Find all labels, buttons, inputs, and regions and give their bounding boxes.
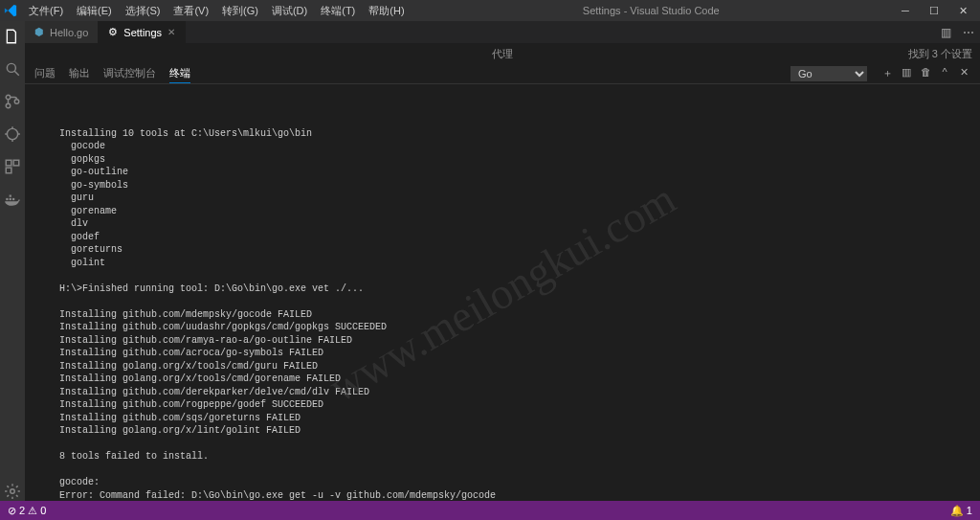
- terminal-line: guru: [59, 192, 970, 205]
- split-terminal-icon[interactable]: ▥: [900, 66, 913, 80]
- close-panel-icon[interactable]: ✕: [957, 66, 970, 80]
- svg-point-0: [7, 63, 15, 72]
- settings-count: 找到 3 个设置: [908, 47, 972, 61]
- activity-bar: [0, 21, 25, 501]
- maximize-button[interactable]: ☐: [921, 1, 947, 20]
- terminal-line: Installing github.com/uudashr/gopkgs/cmd…: [59, 321, 970, 334]
- svg-point-2: [6, 95, 11, 100]
- panel-tab-problems[interactable]: 问题: [34, 64, 56, 82]
- terminal-line: Installing github.com/derekparker/delve/…: [59, 386, 970, 399]
- menu-item[interactable]: 编辑(E): [71, 2, 118, 20]
- status-notifications[interactable]: 🔔 1: [950, 505, 972, 517]
- svg-rect-12: [6, 168, 11, 173]
- extensions-icon[interactable]: [3, 157, 22, 176]
- more-actions-icon[interactable]: ⋯: [957, 21, 980, 43]
- terminal-line: Installing golang.org/x/lint/golint FAIL…: [59, 424, 970, 438]
- terminal-dropdown[interactable]: Go: [791, 66, 867, 81]
- panel-tab-output[interactable]: 输出: [69, 64, 90, 82]
- terminal-line: goreturns: [59, 243, 970, 257]
- svg-point-5: [7, 128, 17, 139]
- terminal-line: Installing github.com/ramya-rao-a/go-out…: [59, 334, 970, 348]
- panel: 问题 输出 调试控制台 终端 Go ＋ ▥ 🗑 ^ ✕ www.meilongk…: [25, 63, 980, 501]
- terminal-line: Installing 10 tools at C:\Users\mlkui\go…: [59, 127, 970, 141]
- go-file-icon: ⬢: [34, 26, 44, 38]
- svg-rect-13: [6, 198, 8, 200]
- terminal-line: [59, 295, 970, 308]
- settings-tab-proxy[interactable]: 代理: [492, 47, 513, 61]
- tab-label: Settings: [123, 27, 162, 38]
- terminal-line: golint: [59, 257, 970, 270]
- svg-point-17: [11, 489, 15, 494]
- status-bar: ⊘ 2 ⚠ 0 🔔 1: [0, 501, 980, 520]
- terminal-output[interactable]: www.meilongkui.com Installing 10 tools a…: [25, 84, 980, 501]
- window-title: Settings - Visual Studio Code: [411, 5, 892, 16]
- tab-bar: ⬢ Hello.go ⚙ Settings ✕ ▥ ⋯: [25, 21, 980, 44]
- panel-tab-terminal[interactable]: 终端: [169, 64, 190, 83]
- window-controls: ─ ☐ ✕: [892, 1, 976, 20]
- tab-settings[interactable]: ⚙ Settings ✕: [99, 21, 186, 43]
- split-editor-icon[interactable]: ▥: [935, 21, 957, 43]
- terminal-line: go-outline: [59, 166, 970, 179]
- menu-item[interactable]: 终端(T): [315, 2, 361, 20]
- terminal-line: 8 tools failed to install.: [59, 450, 970, 463]
- menu-item[interactable]: 选择(S): [120, 2, 167, 20]
- svg-rect-11: [13, 160, 19, 166]
- terminal-line: Installing golang.org/x/tools/cmd/gorena…: [59, 373, 970, 386]
- svg-rect-10: [6, 160, 11, 166]
- settings-icon: ⚙: [108, 26, 118, 38]
- terminal-line: gorename: [59, 205, 970, 218]
- close-button[interactable]: ✕: [949, 1, 976, 20]
- docker-icon[interactable]: [3, 190, 22, 209]
- svg-rect-14: [10, 198, 11, 200]
- explorer-icon[interactable]: [3, 27, 22, 46]
- terminal-line: gopkgs: [59, 153, 970, 167]
- terminal-line: gocode:: [59, 476, 970, 489]
- menu-item[interactable]: 文件(F): [23, 2, 69, 20]
- menu-item[interactable]: 查看(V): [167, 2, 214, 20]
- terminal-line: [59, 438, 970, 451]
- terminal-line: Installing github.com/sqs/goreturns FAIL…: [59, 412, 970, 425]
- panel-header: 问题 输出 调试控制台 终端 Go ＋ ▥ 🗑 ^ ✕: [25, 63, 980, 84]
- menu-item[interactable]: 帮助(H): [363, 2, 410, 20]
- minimize-button[interactable]: ─: [892, 1, 919, 20]
- new-terminal-icon[interactable]: ＋: [880, 66, 894, 80]
- tab-label: Hello.go: [50, 27, 88, 38]
- terminal-line: go-symbols: [59, 179, 970, 192]
- close-icon[interactable]: ✕: [167, 27, 175, 37]
- search-icon[interactable]: [3, 59, 22, 79]
- terminal-line: [59, 463, 970, 477]
- menu-item[interactable]: 转到(G): [216, 2, 264, 20]
- terminal-line: Installing github.com/acroca/go-symbols …: [59, 347, 970, 360]
- svg-rect-16: [10, 195, 11, 197]
- debug-icon[interactable]: [3, 124, 22, 144]
- tab-hello-go[interactable]: ⬢ Hello.go: [25, 21, 99, 43]
- vscode-logo-icon: [4, 4, 17, 17]
- terminal-line: [59, 269, 970, 283]
- svg-point-3: [6, 103, 11, 108]
- svg-line-1: [14, 71, 19, 76]
- status-errors-warnings[interactable]: ⊘ 2 ⚠ 0: [8, 505, 46, 517]
- menu-bar: 文件(F)编辑(E)选择(S)查看(V)转到(G)调试(D)终端(T)帮助(H): [23, 2, 411, 20]
- menu-item[interactable]: 调试(D): [266, 2, 313, 20]
- terminal-line: Installing github.com/mdempsky/gocode FA…: [59, 308, 970, 322]
- settings-gear-icon[interactable]: [3, 482, 22, 501]
- terminal-line: godef: [59, 231, 970, 244]
- svg-point-4: [14, 100, 19, 104]
- svg-rect-15: [12, 198, 14, 200]
- terminal-line: dlv: [59, 217, 970, 231]
- panel-tab-debug-console[interactable]: 调试控制台: [103, 64, 156, 82]
- terminal-line: Error: Command failed: D:\Go\bin\go.exe …: [59, 489, 970, 502]
- source-control-icon[interactable]: [3, 92, 22, 111]
- maximize-panel-icon[interactable]: ^: [938, 66, 951, 80]
- terminal-line: Installing golang.org/x/tools/cmd/guru F…: [59, 360, 970, 373]
- terminal-line: Installing github.com/rogpeppe/godef SUC…: [59, 398, 970, 412]
- titlebar: 文件(F)编辑(E)选择(S)查看(V)转到(G)调试(D)终端(T)帮助(H)…: [0, 0, 980, 21]
- terminal-line: gocode: [59, 140, 970, 153]
- settings-breadcrumb: 代理 找到 3 个设置: [25, 44, 980, 63]
- kill-terminal-icon[interactable]: 🗑: [919, 66, 932, 80]
- terminal-line: H:\>Finished running tool: D:\Go\bin\go.…: [59, 283, 970, 296]
